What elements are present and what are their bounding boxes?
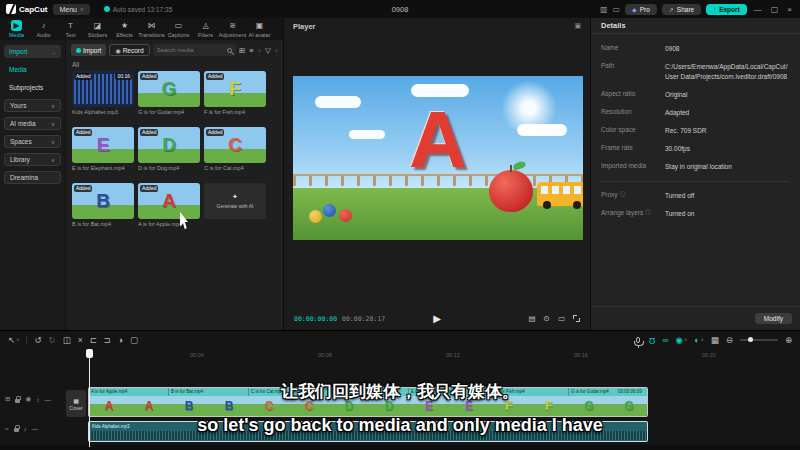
redo-button[interactable]: ↻ (49, 336, 56, 345)
media-item[interactable]: D Added D is for Dog.mp4 (138, 127, 200, 171)
sidebar-item[interactable]: Dreamina (4, 171, 61, 184)
pro-button[interactable]: ◆ Pro (625, 4, 657, 15)
voiceover-mic-icon[interactable] (636, 337, 640, 343)
pro-label: Pro (640, 6, 650, 13)
undo-button[interactable]: ↺ (34, 336, 41, 345)
ball (339, 209, 352, 222)
zoom-slider-handle[interactable] (748, 337, 753, 342)
close-icon[interactable]: × (785, 5, 794, 14)
media-item[interactable]: F Added F is for Fish.mp4 (204, 71, 266, 115)
sidebar-item-label: Subprojects (9, 84, 43, 91)
preview-axis-icon[interactable]: ◉∨ (676, 336, 688, 345)
tab-label: Text (65, 32, 75, 38)
subtitle-chinese: 让我们回到媒体，我只有媒体。 (0, 380, 800, 403)
sidebar-item[interactable]: Subprojects (4, 81, 61, 94)
sidebar-item[interactable]: Media (4, 63, 61, 76)
tab-icon: ⋈ (148, 20, 156, 31)
sort-icon[interactable]: ≡ (249, 46, 253, 55)
timeline-zoom-out-icon[interactable]: ⊖ (726, 336, 733, 345)
media-item-name: F is for Fish.mp4 (204, 109, 266, 115)
minimize-icon[interactable]: — (752, 5, 764, 14)
crop-button[interactable]: ▢ (130, 336, 138, 345)
thumbnail-letter: C (228, 134, 242, 156)
modify-button[interactable]: Modify (755, 313, 792, 324)
tab[interactable]: ⋈ Transitions (138, 20, 165, 38)
fullscreen-icon[interactable] (573, 315, 580, 322)
details-field-label: Frame rate (601, 144, 665, 154)
timeline-ruler[interactable]: 00:04 00:08 00:12 00:16 00:20 (190, 352, 800, 358)
timeline-zoom-in-icon[interactable]: ⊕ (785, 336, 792, 345)
sidebar-item[interactable]: Spaces ∨ (4, 135, 61, 148)
sidebar-item[interactable]: Library ∨ (4, 153, 61, 166)
video-preview[interactable]: A (293, 76, 583, 240)
media-item[interactable]: Added 00:16 Kids Alphabet.mp3 (72, 71, 134, 115)
layout-toggle-icon[interactable]: ▥ (600, 5, 608, 14)
tab[interactable]: T Text (57, 20, 84, 38)
delete-button[interactable]: × (78, 336, 83, 345)
media-item[interactable]: A Added A is for Apple.mp4 (138, 183, 200, 227)
tab[interactable]: ▶ Media (3, 20, 30, 38)
tab[interactable]: ≋ Adjustment (219, 20, 246, 38)
delete-right-button[interactable]: ⊐ (104, 336, 111, 345)
details-field-row: Aspect ratio Original (601, 90, 790, 100)
tab[interactable]: ◪ Stickers (84, 20, 111, 38)
timeline-zoom-slider[interactable] (740, 339, 778, 341)
ruler-tick-label: 00:08 (318, 352, 446, 358)
ball (323, 204, 336, 217)
import-button[interactable]: Import (71, 44, 106, 56)
thumbnail-letter: D (162, 134, 176, 156)
play-button[interactable]: ▶ (433, 313, 441, 324)
sidebar-item-label: Yours (10, 102, 26, 109)
media-item[interactable]: B Added B is for Bat.mp4 (72, 183, 134, 227)
player-options-icon[interactable]: ▣ (574, 22, 581, 30)
search-input[interactable]: Search media (153, 44, 236, 56)
maximize-icon[interactable]: ▢ (769, 5, 781, 14)
linking-icon[interactable]: ∞ (663, 336, 669, 345)
sidebar-item[interactable]: AI media ∨ (4, 117, 61, 130)
media-filter-all[interactable]: All (66, 60, 283, 69)
select-tool-button[interactable]: ↖ ∨ (8, 336, 19, 345)
media-item[interactable]: G Added G is for Guitar.mp4 (138, 71, 200, 115)
tab[interactable]: ▭ Captions (165, 20, 192, 38)
tab-label: Effects (116, 32, 133, 38)
sidebar-item-label: Library (10, 156, 30, 163)
details-field-label: Resolution (601, 108, 665, 118)
delete-left-button[interactable]: ⊏ (90, 336, 97, 345)
preview-mode-icon[interactable]: ▦ (711, 336, 719, 345)
preview-quality-icon[interactable]: ▤ (529, 314, 536, 323)
details-field-row: Imported media Stay in original location (601, 162, 790, 172)
tab[interactable]: ◬ Filters (192, 20, 219, 38)
autosave-status: Auto saved 13:17:35 (104, 6, 173, 13)
media-grid: Added 00:16 Kids Alphabet.mp3 G Added G … (66, 69, 283, 229)
layout-panel-icon[interactable]: ▭ (612, 5, 620, 14)
split-button[interactable]: ◫ (63, 336, 71, 345)
media-item[interactable]: E Added E is for Elephant.mp4 (72, 127, 134, 171)
chevron-down-icon: ∨ (684, 338, 687, 343)
tab-icon: ◬ (202, 20, 208, 31)
media-sidebar: Import → Media Subprojects Yours ∨ AI me… (0, 40, 66, 330)
share-button[interactable]: ↗ Share (662, 4, 701, 15)
tab[interactable]: ★ Effects (111, 20, 138, 38)
menu-button[interactable]: Menu ∨ (53, 4, 89, 15)
snapping-magnet-icon[interactable]: Ω (649, 336, 655, 345)
details-field-label: Aspect ratio (601, 90, 665, 100)
tab[interactable]: ▣ AI avatar (246, 20, 273, 38)
cloud (349, 130, 385, 139)
auto-captions-icon[interactable]: ◐∨ (694, 336, 703, 345)
tab-label: Audio (36, 32, 50, 38)
mirror-button[interactable]: ◑ (118, 336, 123, 345)
info-icon: ⓘ (645, 209, 651, 216)
snapshot-icon[interactable]: ⊙ (544, 314, 550, 323)
media-item[interactable]: C Added C is for Cat.mp4 (204, 127, 266, 171)
media-item-name: D is for Dog.mp4 (138, 165, 200, 171)
sidebar-item[interactable]: Import → (4, 45, 61, 58)
sidebar-item[interactable]: Yours ∨ (4, 99, 61, 112)
export-button[interactable]: ↑ Export (706, 4, 747, 15)
sidebar-item-label: Import (9, 48, 27, 55)
generate-with-ai-card[interactable]: ✦ Generate with AI (204, 183, 266, 227)
aspect-ratio-icon[interactable]: ▭ (558, 314, 565, 323)
tab[interactable]: ♪ Audio (30, 20, 57, 38)
grid-view-icon[interactable]: ⊞ (239, 46, 245, 55)
filter-icon[interactable]: ▽ (265, 46, 271, 55)
record-button[interactable]: ◉ Record (109, 44, 149, 56)
